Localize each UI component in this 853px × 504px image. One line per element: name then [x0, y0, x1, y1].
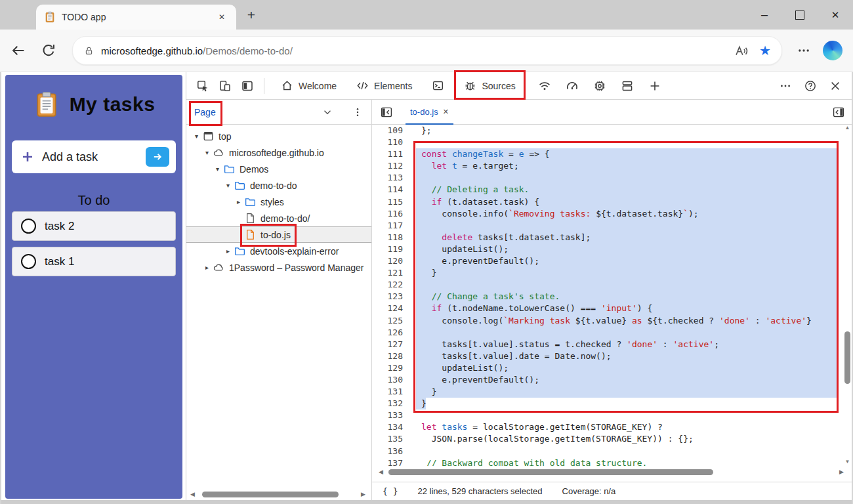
- code-editor-area[interactable]: 109};110111const changeTask = e => {112 …: [372, 125, 853, 466]
- device-button[interactable]: [214, 75, 236, 97]
- wifi-button[interactable]: [531, 75, 558, 97]
- tab-elements[interactable]: Elements: [348, 72, 421, 100]
- pretty-print-button[interactable]: { }: [383, 486, 398, 496]
- line-number[interactable]: 137: [372, 457, 403, 466]
- tree-item-main-microsoftedge-github-io[interactable]: microsoftedge.github.io: [212, 145, 327, 160]
- line-number[interactable]: 117: [372, 220, 403, 232]
- tree-item-main-demo-to-do[interactable]: demo-to-do/: [243, 211, 312, 226]
- line-number[interactable]: 133: [372, 410, 403, 421]
- help-button[interactable]: [798, 75, 823, 97]
- tree-expanded-arrow-icon[interactable]: ▾: [192, 133, 201, 140]
- line-number[interactable]: 136: [372, 446, 403, 457]
- hide-navigator-button[interactable]: [378, 104, 395, 121]
- line-number[interactable]: 120: [372, 255, 403, 267]
- line-number[interactable]: 118: [372, 232, 403, 243]
- browser-menu-icon[interactable]: [797, 43, 811, 58]
- tree-item-main-demos[interactable]: Demos: [222, 161, 271, 177]
- tree-item-main-devtools-explain-error[interactable]: devtools-explain-error: [233, 243, 341, 259]
- line-number[interactable]: 109: [372, 125, 403, 136]
- tree-expanded-arrow-icon[interactable]: ▾: [223, 182, 233, 189]
- tab-close-icon[interactable]: ✕: [215, 11, 228, 23]
- tree-collapsed-arrow-icon[interactable]: ▸: [223, 247, 233, 255]
- read-aloud-icon[interactable]: [734, 43, 749, 58]
- refresh-button[interactable]: [41, 43, 56, 58]
- address-bar[interactable]: microsoftedge.github.io/Demos/demo-to-do…: [72, 36, 782, 65]
- tree-item-microsoftedge-github-io[interactable]: ▾microsoftedge.github.io: [186, 144, 371, 161]
- line-number[interactable]: 113: [372, 172, 403, 184]
- inspect-button[interactable]: [192, 75, 214, 97]
- dock-button[interactable]: [236, 75, 259, 97]
- chip-button[interactable]: [586, 75, 614, 97]
- sidebar-horizontal-scrollbar[interactable]: ◀ ▶: [190, 490, 365, 499]
- add-task-input[interactable]: Add a task: [12, 140, 176, 173]
- line-number[interactable]: 123: [372, 291, 403, 303]
- drawer-button[interactable]: [614, 75, 641, 97]
- tree-item-demos[interactable]: ▾Demos: [186, 161, 371, 177]
- line-number[interactable]: 121: [372, 267, 403, 279]
- tab-welcome[interactable]: Welcome: [272, 72, 345, 100]
- scrollbar-thumb[interactable]: [844, 331, 850, 384]
- browser-tab[interactable]: TODO app ✕: [36, 5, 236, 30]
- window-maximize-button[interactable]: [782, 0, 818, 30]
- favorites-star-icon[interactable]: ★: [759, 43, 771, 58]
- line-number[interactable]: 122: [372, 279, 403, 291]
- gauge-button[interactable]: [558, 75, 586, 97]
- tree-item-1password-password-manager[interactable]: ▸1Password – Password Manager: [186, 259, 371, 276]
- plus-button[interactable]: [641, 75, 669, 97]
- window-minimize-button[interactable]: –: [747, 0, 782, 30]
- line-number[interactable]: 125: [372, 315, 403, 327]
- line-number[interactable]: 111: [372, 148, 403, 160]
- tab-sources[interactable]: Sources: [455, 72, 524, 100]
- line-number[interactable]: 131: [372, 386, 403, 398]
- line-number[interactable]: 115: [372, 196, 403, 208]
- line-number[interactable]: 114: [372, 184, 403, 196]
- scroll-right-icon[interactable]: ▶: [361, 490, 365, 499]
- task-checkbox[interactable]: [21, 219, 36, 234]
- line-number[interactable]: 126: [372, 327, 403, 339]
- line-number[interactable]: 124: [372, 303, 403, 314]
- line-number[interactable]: 130: [372, 374, 403, 386]
- new-tab-button[interactable]: +: [241, 5, 261, 25]
- tree-collapsed-arrow-icon[interactable]: ▸: [234, 198, 243, 205]
- editor-tab-close-icon[interactable]: ✕: [443, 108, 449, 116]
- tree-item-main-1password-password-manager[interactable]: 1Password – Password Manager: [212, 260, 366, 275]
- line-number[interactable]: 132: [372, 398, 403, 410]
- editor-horizontal-scrollbar[interactable]: ◀ ▶: [379, 467, 844, 476]
- copilot-icon[interactable]: [823, 41, 843, 60]
- task-checkbox[interactable]: [21, 254, 36, 269]
- more-options-icon[interactable]: [352, 106, 364, 118]
- line-number[interactable]: 116: [372, 208, 403, 220]
- line-number[interactable]: 135: [372, 433, 403, 445]
- line-number[interactable]: 119: [372, 243, 403, 255]
- scroll-left-icon[interactable]: ◀: [190, 490, 195, 499]
- line-number[interactable]: 112: [372, 160, 403, 172]
- tree-item-styles[interactable]: ▸styles: [186, 194, 371, 210]
- line-number[interactable]: 129: [372, 362, 403, 374]
- task-item-task-2[interactable]: task 2: [12, 211, 176, 241]
- tree-item-demo-to-do[interactable]: ▾demo-to-do: [186, 177, 371, 194]
- window-close-button[interactable]: ✕: [818, 0, 853, 30]
- page-label[interactable]: Page: [194, 107, 216, 117]
- scroll-left-icon[interactable]: ◀: [379, 468, 383, 476]
- line-number[interactable]: 128: [372, 350, 403, 362]
- scroll-up-icon[interactable]: ▲: [843, 125, 852, 131]
- tab-console[interactable]: [423, 72, 453, 100]
- tree-item-main-top[interactable]: top: [201, 129, 234, 144]
- tree-item-main-demo-to-do[interactable]: demo-to-do: [233, 178, 300, 193]
- scrollbar-thumb[interactable]: [202, 492, 339, 497]
- show-debugger-button[interactable]: [830, 104, 847, 121]
- tree-item-to-do-js[interactable]: to-do.js: [186, 226, 371, 243]
- close-button[interactable]: [823, 75, 848, 97]
- dots-h-button[interactable]: [773, 75, 798, 97]
- line-number[interactable]: 127: [372, 339, 403, 350]
- tree-item-main-to-do-js[interactable]: to-do.js: [243, 227, 293, 242]
- tree-collapsed-arrow-icon[interactable]: ▸: [202, 264, 212, 271]
- editor-vertical-scrollbar[interactable]: ▲ ▼: [843, 125, 852, 466]
- tree-expanded-arrow-icon[interactable]: ▾: [202, 149, 212, 156]
- line-number[interactable]: 134: [372, 421, 403, 433]
- task-item-task-1[interactable]: task 1: [12, 247, 176, 276]
- back-button[interactable]: [10, 43, 26, 58]
- scrollbar-thumb[interactable]: [388, 469, 713, 475]
- tree-item-main-styles[interactable]: styles: [243, 194, 287, 209]
- scroll-down-icon[interactable]: ▼: [843, 459, 852, 465]
